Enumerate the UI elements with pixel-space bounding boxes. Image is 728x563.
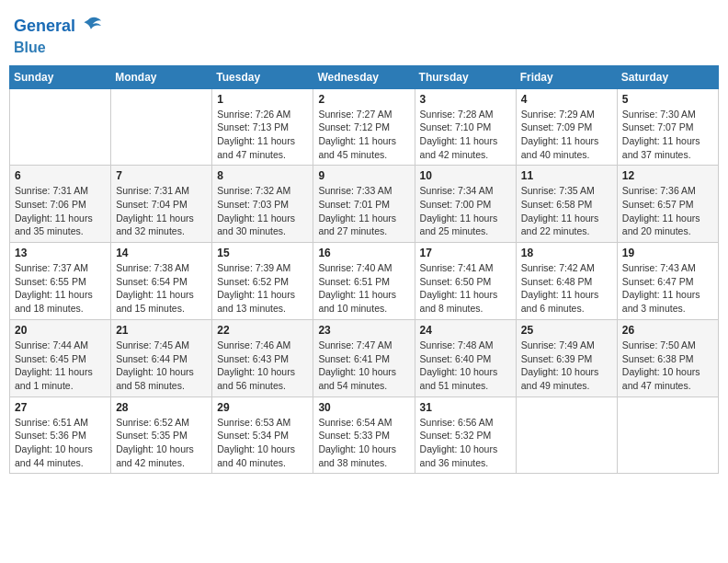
- day-info: Sunrise: 7:43 AM Sunset: 6:47 PM Dayligh…: [622, 261, 713, 316]
- calendar-week-row: 20Sunrise: 7:44 AM Sunset: 6:45 PM Dayli…: [10, 319, 719, 396]
- day-number: 9: [318, 169, 409, 182]
- calendar-cell: 2Sunrise: 7:27 AM Sunset: 7:12 PM Daylig…: [313, 88, 415, 166]
- day-number: 16: [318, 247, 409, 259]
- day-number: 10: [420, 169, 511, 182]
- calendar-week-row: 6Sunrise: 7:31 AM Sunset: 7:06 PM Daylig…: [10, 166, 719, 243]
- day-info: Sunrise: 7:37 AM Sunset: 6:55 PM Dayligh…: [15, 261, 106, 316]
- calendar-cell: [617, 396, 718, 474]
- day-info: Sunrise: 7:42 AM Sunset: 6:48 PM Dayligh…: [521, 261, 612, 316]
- calendar-cell: 6Sunrise: 7:31 AM Sunset: 7:06 PM Daylig…: [10, 166, 111, 243]
- day-info: Sunrise: 7:30 AM Sunset: 7:07 PM Dayligh…: [622, 108, 713, 162]
- calendar-cell: 18Sunrise: 7:42 AM Sunset: 6:48 PM Dayli…: [516, 243, 617, 320]
- calendar-cell: 1Sunrise: 7:26 AM Sunset: 7:13 PM Daylig…: [212, 88, 313, 166]
- calendar-cell: [516, 396, 617, 474]
- day-info: Sunrise: 7:29 AM Sunset: 7:09 PM Dayligh…: [521, 108, 612, 162]
- calendar-cell: 27Sunrise: 6:51 AM Sunset: 5:36 PM Dayli…: [10, 396, 111, 474]
- calendar-cell: 22Sunrise: 7:46 AM Sunset: 6:43 PM Dayli…: [212, 319, 313, 396]
- calendar-cell: 4Sunrise: 7:29 AM Sunset: 7:09 PM Daylig…: [516, 88, 617, 166]
- calendar-cell: 9Sunrise: 7:33 AM Sunset: 7:01 PM Daylig…: [313, 166, 415, 243]
- day-info: Sunrise: 7:33 AM Sunset: 7:01 PM Dayligh…: [318, 184, 409, 238]
- day-info: Sunrise: 6:52 AM Sunset: 5:35 PM Dayligh…: [116, 416, 207, 470]
- day-number: 24: [420, 324, 511, 337]
- day-info: Sunrise: 7:39 AM Sunset: 6:52 PM Dayligh…: [217, 261, 308, 316]
- weekday-header: Friday: [516, 65, 617, 88]
- calendar-cell: 3Sunrise: 7:28 AM Sunset: 7:10 PM Daylig…: [415, 88, 516, 166]
- weekday-header: Saturday: [617, 65, 718, 88]
- day-info: Sunrise: 6:54 AM Sunset: 5:33 PM Dayligh…: [318, 416, 409, 470]
- day-number: 29: [217, 401, 308, 414]
- day-number: 8: [217, 169, 308, 182]
- calendar-cell: 28Sunrise: 6:52 AM Sunset: 5:35 PM Dayli…: [111, 396, 212, 474]
- weekday-header: Wednesday: [313, 65, 415, 88]
- day-number: 1: [217, 93, 308, 106]
- day-number: 28: [116, 401, 207, 414]
- day-number: 30: [318, 401, 409, 414]
- day-info: Sunrise: 7:32 AM Sunset: 7:03 PM Dayligh…: [217, 184, 308, 238]
- day-number: 11: [521, 169, 612, 182]
- day-info: Sunrise: 6:51 AM Sunset: 5:36 PM Dayligh…: [15, 416, 106, 470]
- day-info: Sunrise: 7:31 AM Sunset: 7:04 PM Dayligh…: [116, 184, 207, 238]
- day-info: Sunrise: 6:56 AM Sunset: 5:32 PM Dayligh…: [420, 416, 511, 470]
- day-number: 17: [420, 247, 511, 259]
- calendar-cell: 16Sunrise: 7:40 AM Sunset: 6:51 PM Dayli…: [313, 243, 415, 320]
- day-number: 14: [116, 247, 207, 259]
- day-number: 26: [622, 324, 713, 337]
- day-info: Sunrise: 7:44 AM Sunset: 6:45 PM Dayligh…: [15, 339, 106, 393]
- calendar-cell: 20Sunrise: 7:44 AM Sunset: 6:45 PM Dayli…: [10, 319, 111, 396]
- calendar-week-row: 1Sunrise: 7:26 AM Sunset: 7:13 PM Daylig…: [10, 88, 719, 166]
- weekday-header: Monday: [111, 65, 212, 88]
- day-number: 31: [420, 401, 511, 414]
- calendar-cell: 11Sunrise: 7:35 AM Sunset: 6:58 PM Dayli…: [516, 166, 617, 243]
- day-number: 21: [116, 324, 207, 337]
- calendar-cell: 14Sunrise: 7:38 AM Sunset: 6:54 PM Dayli…: [111, 243, 212, 320]
- page-header: General Blue: [9, 9, 719, 56]
- day-info: Sunrise: 7:47 AM Sunset: 6:41 PM Dayligh…: [318, 339, 409, 393]
- day-number: 18: [521, 247, 612, 259]
- day-info: Sunrise: 7:41 AM Sunset: 6:50 PM Dayligh…: [420, 261, 511, 316]
- weekday-header: Tuesday: [212, 65, 313, 88]
- day-number: 15: [217, 247, 308, 259]
- weekday-header-row: SundayMondayTuesdayWednesdayThursdayFrid…: [10, 65, 719, 88]
- day-info: Sunrise: 7:35 AM Sunset: 6:58 PM Dayligh…: [521, 184, 612, 238]
- day-info: Sunrise: 7:45 AM Sunset: 6:44 PM Dayligh…: [116, 339, 207, 393]
- calendar-cell: 8Sunrise: 7:32 AM Sunset: 7:03 PM Daylig…: [212, 166, 313, 243]
- day-info: Sunrise: 7:48 AM Sunset: 6:40 PM Dayligh…: [420, 339, 511, 393]
- day-info: Sunrise: 7:38 AM Sunset: 6:54 PM Dayligh…: [116, 261, 207, 316]
- day-info: Sunrise: 7:36 AM Sunset: 6:57 PM Dayligh…: [622, 184, 713, 238]
- day-info: Sunrise: 7:27 AM Sunset: 7:12 PM Dayligh…: [318, 108, 409, 162]
- calendar-cell: 13Sunrise: 7:37 AM Sunset: 6:55 PM Dayli…: [10, 243, 111, 320]
- day-number: 13: [15, 247, 106, 259]
- day-number: 6: [15, 169, 106, 182]
- calendar-cell: [10, 88, 111, 166]
- weekday-header: Thursday: [415, 65, 516, 88]
- calendar-cell: 5Sunrise: 7:30 AM Sunset: 7:07 PM Daylig…: [617, 88, 718, 166]
- day-number: 7: [116, 169, 207, 182]
- day-info: Sunrise: 7:49 AM Sunset: 6:39 PM Dayligh…: [521, 339, 612, 393]
- calendar-week-row: 27Sunrise: 6:51 AM Sunset: 5:36 PM Dayli…: [10, 396, 719, 474]
- logo-text: General: [14, 14, 103, 40]
- day-info: Sunrise: 7:40 AM Sunset: 6:51 PM Dayligh…: [318, 261, 409, 316]
- calendar-cell: 24Sunrise: 7:48 AM Sunset: 6:40 PM Dayli…: [415, 319, 516, 396]
- day-info: Sunrise: 7:28 AM Sunset: 7:10 PM Dayligh…: [420, 108, 511, 162]
- weekday-header: Sunday: [10, 65, 111, 88]
- calendar-cell: 15Sunrise: 7:39 AM Sunset: 6:52 PM Dayli…: [212, 243, 313, 320]
- calendar-cell: 25Sunrise: 7:49 AM Sunset: 6:39 PM Dayli…: [516, 319, 617, 396]
- day-number: 2: [318, 93, 409, 106]
- calendar-cell: 7Sunrise: 7:31 AM Sunset: 7:04 PM Daylig…: [111, 166, 212, 243]
- day-info: Sunrise: 7:46 AM Sunset: 6:43 PM Dayligh…: [217, 339, 308, 393]
- logo: General Blue: [14, 14, 103, 56]
- day-number: 4: [521, 93, 612, 106]
- day-number: 12: [622, 169, 713, 182]
- calendar-table: SundayMondayTuesdayWednesdayThursdayFrid…: [9, 65, 719, 475]
- day-info: Sunrise: 7:31 AM Sunset: 7:06 PM Dayligh…: [15, 184, 106, 238]
- day-info: Sunrise: 6:53 AM Sunset: 5:34 PM Dayligh…: [217, 416, 308, 470]
- calendar-cell: 23Sunrise: 7:47 AM Sunset: 6:41 PM Dayli…: [313, 319, 415, 396]
- day-number: 20: [15, 324, 106, 337]
- calendar-cell: [111, 88, 212, 166]
- day-number: 23: [318, 324, 409, 337]
- day-number: 25: [521, 324, 612, 337]
- calendar-cell: 12Sunrise: 7:36 AM Sunset: 6:57 PM Dayli…: [617, 166, 718, 243]
- calendar-cell: 29Sunrise: 6:53 AM Sunset: 5:34 PM Dayli…: [212, 396, 313, 474]
- calendar-cell: 31Sunrise: 6:56 AM Sunset: 5:32 PM Dayli…: [415, 396, 516, 474]
- calendar-week-row: 13Sunrise: 7:37 AM Sunset: 6:55 PM Dayli…: [10, 243, 719, 320]
